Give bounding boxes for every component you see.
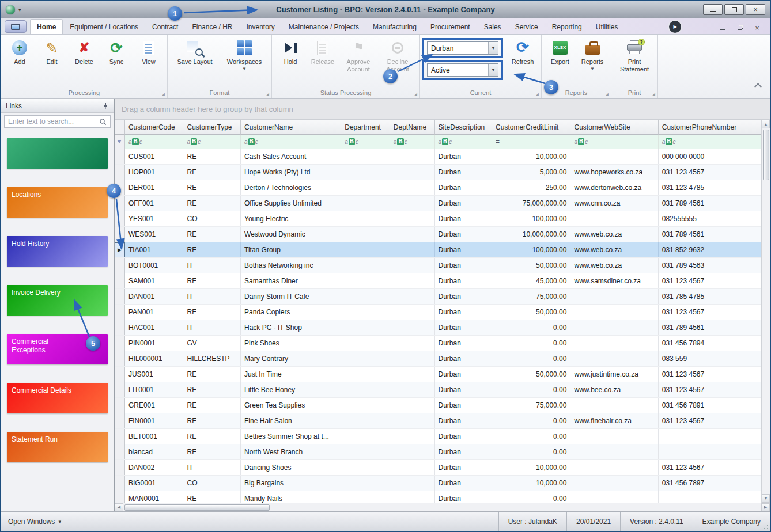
cell-customercode[interactable]: SAM001 xyxy=(125,273,184,288)
cell-department[interactable] xyxy=(341,413,390,428)
filter-cell-customercode[interactable]: aBc xyxy=(125,135,184,149)
cell-customerwebsite[interactable] xyxy=(570,211,658,226)
cell-sitedescription[interactable]: Durban xyxy=(435,491,493,503)
cell-customername[interactable]: Young Electric xyxy=(241,211,341,226)
cell-deptname[interactable] xyxy=(390,258,435,273)
cell-customercreditlimit[interactable]: 75,000.00 xyxy=(492,289,570,304)
column-header-customername[interactable]: CustomerName xyxy=(241,120,341,135)
column-header-customercreditlimit[interactable]: CustomerCreditLimit xyxy=(492,120,570,135)
status-dropdown[interactable]: Active ▼ xyxy=(427,63,498,77)
filter-cell-customercreditlimit[interactable]: = xyxy=(492,135,570,149)
cell-customername[interactable]: Cash Sales Account xyxy=(241,149,341,164)
link-tile-invoice-delivery[interactable]: Invoice Delivery xyxy=(7,285,108,316)
cell-customerwebsite[interactable]: www.samsdiner.co.za xyxy=(570,273,658,288)
abc-filter-icon[interactable]: aBc xyxy=(128,138,142,145)
cell-sitedescription[interactable]: Durban xyxy=(435,227,493,242)
table-row-gre001[interactable]: GRE001REGreen Tea SuppliesDurban75,000.0… xyxy=(115,398,761,413)
filter-cell-sitedescription[interactable]: aBc xyxy=(435,135,493,149)
cell-deptname[interactable] xyxy=(390,196,435,211)
cell-department[interactable] xyxy=(341,211,390,226)
cell-customerwebsite[interactable] xyxy=(570,289,658,304)
row-indicator-cell[interactable] xyxy=(115,398,125,413)
cell-customerphonenumber[interactable]: 083 559 xyxy=(659,351,754,366)
tab-home[interactable]: Home xyxy=(30,19,63,34)
cell-customerwebsite[interactable]: www.web.co.za xyxy=(570,227,658,242)
row-indicator-cell[interactable] xyxy=(115,165,125,180)
cell-customertype[interactable]: RE xyxy=(183,149,241,164)
cell-customername[interactable]: Betties Summer Shop at t... xyxy=(241,429,341,444)
table-row-fin0001[interactable]: FIN0001REFine Hair SalonDurban0.00www.fi… xyxy=(115,413,761,429)
row-indicator-cell[interactable] xyxy=(115,491,125,503)
horizontal-scrollbar[interactable]: ◀ ▶ xyxy=(115,503,770,511)
cell-customercode[interactable]: TIA001 xyxy=(125,242,184,257)
child-close-button[interactable]: × xyxy=(753,24,762,32)
cell-customercreditlimit[interactable]: 10,000.00 xyxy=(492,476,570,491)
cell-customercode[interactable]: HIL000001 xyxy=(125,351,184,366)
cell-customertype[interactable]: RE xyxy=(183,398,241,413)
cell-deptname[interactable] xyxy=(390,273,435,288)
column-header-deptname[interactable]: DeptName xyxy=(390,120,435,135)
cell-department[interactable] xyxy=(341,180,390,195)
abc-filter-icon[interactable]: aBc xyxy=(345,138,358,145)
cell-customerphonenumber[interactable]: 031 456 7894 xyxy=(659,336,754,351)
abc-filter-icon[interactable]: aBc xyxy=(187,138,201,145)
cell-customercreditlimit[interactable]: 100,000.00 xyxy=(492,211,570,226)
dropdown-arrow-icon[interactable]: ▼ xyxy=(488,64,498,76)
workspaces-button[interactable]: Workspaces ▼ xyxy=(220,36,269,71)
cell-department[interactable] xyxy=(341,242,390,257)
row-indicator-cell[interactable] xyxy=(115,196,125,211)
filter-cell-customername[interactable]: aBc xyxy=(241,135,341,149)
cell-customercreditlimit[interactable]: 0.00 xyxy=(492,429,570,444)
cell-customername[interactable]: Titan Group xyxy=(241,242,341,257)
cell-customername[interactable]: Panda Copiers xyxy=(241,305,341,320)
cell-customerwebsite[interactable]: www.bee.co.za xyxy=(570,382,658,397)
pin-icon[interactable] xyxy=(102,102,109,109)
cell-customerwebsite[interactable]: www.hopeworks.co.za xyxy=(570,165,658,180)
cell-customercreditlimit[interactable]: 50,000.00 xyxy=(492,367,570,382)
row-indicator-cell[interactable] xyxy=(115,336,125,351)
cell-customertype[interactable]: RE xyxy=(183,273,241,288)
link-tile-statement-run[interactable]: Statement Run xyxy=(7,432,108,462)
row-indicator-cell[interactable] xyxy=(115,289,125,304)
table-row-bot0001[interactable]: BOT0001ITBothas Networking incDurban50,0… xyxy=(115,258,761,273)
cell-customername[interactable]: Mandy Nails xyxy=(241,491,341,503)
cell-sitedescription[interactable]: Durban xyxy=(435,398,493,413)
cell-customerphonenumber[interactable]: 031 123 4567 xyxy=(659,305,754,320)
collapse-ribbon-icon[interactable] xyxy=(755,82,761,88)
cell-customerphonenumber[interactable]: 031 123 4567 xyxy=(659,460,754,475)
cell-customerwebsite[interactable] xyxy=(570,305,658,320)
row-indicator-cell[interactable] xyxy=(115,149,125,164)
cell-customertype[interactable]: RE xyxy=(183,367,241,382)
cell-customercreditlimit[interactable]: 0.00 xyxy=(492,382,570,397)
cell-customername[interactable]: Green Tea Supplies xyxy=(241,398,341,413)
horizontal-scroll-thumb[interactable] xyxy=(124,504,270,511)
cell-customertype[interactable]: RE xyxy=(183,180,241,195)
cell-customercreditlimit[interactable]: 75,000,000.00 xyxy=(492,196,570,211)
cell-customercode[interactable]: DER001 xyxy=(125,180,184,195)
cell-sitedescription[interactable]: Durban xyxy=(435,273,493,288)
tab-sales[interactable]: Sales xyxy=(477,19,508,34)
row-indicator-cell[interactable] xyxy=(115,273,125,288)
cell-customercreditlimit[interactable]: 0.00 xyxy=(492,351,570,366)
quick-access-chevron-icon[interactable]: ▾ xyxy=(18,7,21,13)
column-header-sitedescription[interactable]: SiteDescription xyxy=(435,120,493,135)
filter-cell-customerphonenumber[interactable]: aBc xyxy=(659,135,754,149)
cell-customercode[interactable]: BET0001 xyxy=(125,429,184,444)
tab-maintenance-projects[interactable]: Maintenance / Projects xyxy=(282,19,366,34)
view-button[interactable]: View xyxy=(133,36,165,66)
row-indicator-cell[interactable] xyxy=(115,429,125,444)
cell-customertype[interactable]: RE xyxy=(183,165,241,180)
cell-customercode[interactable]: HAC001 xyxy=(125,320,184,335)
cell-customername[interactable]: Dancing Shoes xyxy=(241,460,341,475)
cell-customername[interactable]: Hope Works (Pty) Ltd xyxy=(241,165,341,180)
cell-customercode[interactable]: PIN0001 xyxy=(125,336,184,351)
cell-customertype[interactable]: RE xyxy=(183,429,241,444)
cell-customercreditlimit[interactable]: 45,000.00 xyxy=(492,273,570,288)
cell-department[interactable] xyxy=(341,320,390,335)
tab-manufacturing[interactable]: Manufacturing xyxy=(366,19,424,34)
cell-sitedescription[interactable]: Durban xyxy=(435,242,493,257)
cell-customerwebsite[interactable] xyxy=(570,444,658,459)
cell-customerphonenumber[interactable]: 000 000 0000 xyxy=(659,149,754,164)
tab-service[interactable]: Service xyxy=(508,19,545,34)
cell-customercreditlimit[interactable]: 50,000.00 xyxy=(492,305,570,320)
